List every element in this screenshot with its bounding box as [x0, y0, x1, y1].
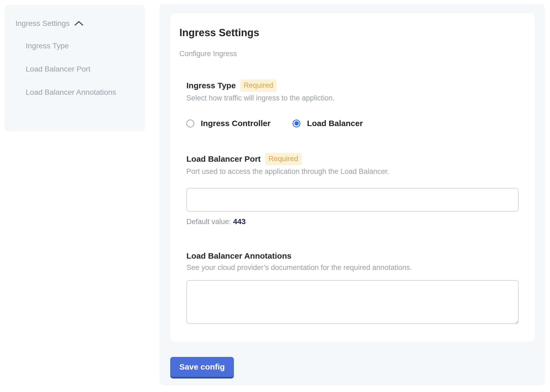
radio-unselected-icon [186, 120, 194, 127]
radio-label-load-balancer: Load Balancer [307, 119, 363, 128]
default-value-label: Default value: [186, 218, 231, 226]
field-load-balancer-port: Load Balancer Port Required Port used to… [186, 153, 519, 226]
ingress-type-radio-group: Ingress Controller Load Balancer [186, 119, 519, 128]
page-title: Ingress Settings [179, 26, 519, 39]
page-subtitle: Configure Ingress [179, 49, 519, 58]
save-config-button[interactable]: Save config [170, 357, 234, 379]
required-badge: Required [265, 153, 302, 165]
ingress-type-label: Ingress Type [186, 80, 236, 91]
load-balancer-annotations-description: See your cloud provider’s documentation … [186, 263, 519, 272]
default-value-line: Default value: 443 [186, 217, 519, 226]
radio-selected-icon [293, 120, 300, 127]
chevron-up-icon [74, 20, 84, 27]
sidebar-nav: Ingress Type Load Balancer Port Load Bal… [15, 38, 118, 100]
load-balancer-annotations-label: Load Balancer Annotations [186, 251, 291, 261]
default-value: 443 [233, 217, 246, 226]
radio-option-load-balancer[interactable]: Load Balancer [293, 119, 363, 128]
radio-label-ingress-controller: Ingress Controller [201, 119, 270, 128]
load-balancer-port-input[interactable] [186, 188, 519, 212]
sidebar-item-ingress-type[interactable]: Ingress Type [26, 38, 118, 54]
ingress-type-description: Select how traffic will ingress to the a… [186, 93, 519, 103]
load-balancer-port-description: Port used to access the application thro… [186, 167, 519, 176]
settings-nav-sidebar: Ingress Settings Ingress Type Load Balan… [5, 5, 145, 131]
field-load-balancer-annotations: Load Balancer Annotations See your cloud… [186, 251, 519, 324]
ingress-settings-card: Ingress Settings Configure Ingress Ingre… [170, 13, 535, 342]
settings-panel: Ingress Settings Configure Ingress Ingre… [159, 4, 545, 385]
sidebar-section-ingress-settings[interactable]: Ingress Settings [15, 16, 135, 31]
required-badge: Required [240, 79, 277, 92]
load-balancer-port-label: Load Balancer Port [186, 154, 261, 164]
sidebar-item-load-balancer-annotations[interactable]: Load Balancer Annotations [26, 85, 118, 100]
field-ingress-type: Ingress Type Required Select how traffic… [186, 79, 519, 128]
sidebar-section-label: Ingress Settings [15, 16, 70, 31]
load-balancer-annotations-textarea[interactable] [186, 280, 519, 324]
sidebar-item-load-balancer-port[interactable]: Load Balancer Port [26, 61, 118, 77]
radio-option-ingress-controller[interactable]: Ingress Controller [186, 119, 270, 128]
